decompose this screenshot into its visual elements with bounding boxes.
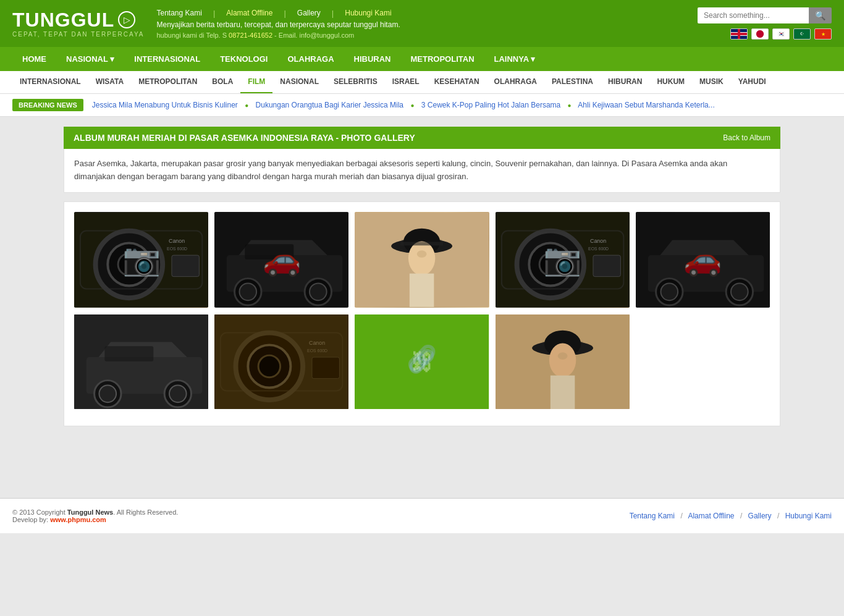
- footer-develop: Develop by: www.phpmu.com: [12, 516, 178, 523]
- nav-link-nasional[interactable]: NASIONAL ▾: [56, 47, 124, 71]
- subnav-link-bola[interactable]: BOLA: [205, 71, 240, 92]
- nav-link-hiburan[interactable]: HIBURAN: [344, 47, 401, 71]
- subnav-wisata[interactable]: WISATA: [88, 71, 132, 93]
- footer-sep-2: /: [740, 512, 742, 520]
- nav-item-olahraga[interactable]: OLAHRAGA: [277, 47, 344, 71]
- album-title: ALBUM MURAH MERIAH DI PASAR ASEMKA INDON…: [74, 133, 415, 143]
- subnav-hukum[interactable]: HUKUM: [649, 71, 692, 93]
- svg-point-49: [258, 355, 281, 378]
- flag-uk[interactable]: [730, 28, 748, 40]
- subnav-israel[interactable]: ISRAEL: [385, 71, 427, 93]
- subnav-internasional[interactable]: INTERNASIONAL: [12, 71, 88, 93]
- svg-rect-45: [104, 346, 153, 361]
- logo-area: TUNGGUL ▷ CEPAT, TEPAT DAN TERPERCAYA: [12, 10, 144, 38]
- subnav-bola[interactable]: BOLA: [205, 71, 240, 93]
- footer-sep-3: /: [777, 512, 779, 520]
- nav-item-nasional[interactable]: NASIONAL ▾: [56, 47, 124, 71]
- logo-icon: ▷: [118, 11, 135, 28]
- breaking-item-2[interactable]: Dukungan Orangtua Bagi Karier Jessica Mi…: [256, 101, 403, 109]
- header-nav-alamat[interactable]: Alamat Offline: [226, 9, 272, 17]
- flag-arabic[interactable]: ☪: [793, 28, 811, 40]
- nav-link-olahraga[interactable]: OLAHRAGA: [277, 47, 344, 71]
- svg-rect-30: [593, 255, 620, 277]
- subnav-link-nasional[interactable]: NASIONAL: [272, 71, 326, 92]
- nav-link-lainnya[interactable]: LAINNYA ▾: [484, 47, 546, 71]
- subnav-link-palestina[interactable]: PALESTINA: [544, 71, 601, 92]
- footer-link-alamat[interactable]: Alamat Offline: [688, 512, 734, 520]
- subnav-link-yahudi[interactable]: YAHUDI: [731, 71, 774, 92]
- subnav-kesehatan[interactable]: KESEHATAN: [427, 71, 487, 93]
- subnav-hiburan[interactable]: HIBURAN: [601, 71, 649, 93]
- nav-item-internasional[interactable]: INTERNASIONAL: [124, 47, 210, 71]
- footer-link-gallery[interactable]: Gallery: [748, 512, 772, 520]
- gallery-item-broken[interactable]: 🔗 ⛓ 🔗: [355, 314, 489, 410]
- subnav-olahraga[interactable]: OLAHRAGA: [487, 71, 544, 93]
- subnav-metropolitan[interactable]: METROPOLITAN: [131, 71, 205, 93]
- breaking-news-label: BREAKING NEWS: [12, 99, 83, 111]
- subnav-selebritis[interactable]: SELEBRITIS: [326, 71, 385, 93]
- nav-link-teknologi[interactable]: TEKNOLOGI: [210, 47, 277, 71]
- subnav-link-film[interactable]: FILM: [240, 71, 272, 93]
- nav-link-internasional[interactable]: INTERNASIONAL: [124, 47, 210, 71]
- footer-develop-link[interactable]: www.phpmu.com: [50, 516, 106, 523]
- nav-item-metropolitan[interactable]: METROPOLITAN: [401, 47, 484, 71]
- subnav-palestina[interactable]: PALESTINA: [544, 71, 601, 93]
- gallery-item-car2[interactable]: [636, 212, 770, 308]
- phone-link[interactable]: 08721-461652: [229, 32, 272, 39]
- footer-right: Tentang Kami / Alamat Offline / Gallery …: [630, 512, 832, 520]
- subnav-musik[interactable]: MUSIK: [692, 71, 731, 93]
- gallery-row-2: Canon EOS 600D 🔗 ⛓ 🔗: [74, 314, 770, 410]
- subnav-link-musik[interactable]: MUSIK: [692, 71, 731, 92]
- subnav-link-wisata[interactable]: WISATA: [88, 71, 132, 92]
- language-flags: 🇰🇷 ☪ ★: [730, 28, 832, 40]
- subnav-link-metropolitan[interactable]: METROPOLITAN: [131, 71, 205, 92]
- nav-link-home[interactable]: HOME: [12, 47, 56, 71]
- search-button[interactable]: 🔍: [809, 7, 832, 23]
- svg-rect-53: [312, 357, 339, 379]
- nav-link-metropolitan[interactable]: METROPOLITAN: [401, 47, 484, 71]
- subnav-link-israel[interactable]: ISRAEL: [385, 71, 427, 92]
- gallery-item-car1[interactable]: [214, 212, 348, 308]
- breaking-sep-3: ●: [568, 102, 572, 109]
- gallery-item-camera1[interactable]: Canon EOS 600D: [74, 212, 208, 308]
- subnav-link-hukum[interactable]: HUKUM: [649, 71, 692, 92]
- subnav-link-kesehatan[interactable]: KESEHATAN: [427, 71, 487, 92]
- gallery-item-woman1[interactable]: [355, 212, 489, 308]
- header-nav-tentang[interactable]: Tentang Kami: [156, 9, 201, 17]
- subnav-nasional[interactable]: NASIONAL: [272, 71, 326, 93]
- header-nav-gallery[interactable]: Gallery: [297, 9, 321, 17]
- subnav-link-olahraga[interactable]: OLAHRAGA: [487, 71, 544, 92]
- nav-item-home[interactable]: HOME: [12, 47, 56, 71]
- nav-item-teknologi[interactable]: TEKNOLOGI: [210, 47, 277, 71]
- gallery-item-camera3[interactable]: Canon EOS 600D: [214, 314, 348, 410]
- subnav-film[interactable]: FILM: [240, 71, 272, 93]
- breaking-item-4[interactable]: Ahli Kejiwaan Sebut Marshanda Keterla...: [578, 101, 714, 109]
- gallery-item-car3[interactable]: [74, 314, 208, 410]
- breaking-item-3[interactable]: 3 Cewek K-Pop Paling Hot Jalan Bersama: [421, 101, 560, 109]
- footer-copyright: © 2013 Copyright Tunggul News. All Right…: [12, 508, 178, 516]
- footer-link-tentang[interactable]: Tentang Kami: [630, 512, 675, 520]
- site-header: TUNGGUL ▷ CEPAT, TEPAT DAN TERPERCAYA Te…: [0, 0, 844, 47]
- subnav-link-hiburan[interactable]: HIBURAN: [601, 71, 649, 92]
- sub-nav: INTERNASIONAL WISATA METROPOLITAN BOLA F…: [0, 71, 844, 94]
- footer-link-hubungi[interactable]: Hubungi Kami: [785, 512, 832, 520]
- gallery-item-camera2[interactable]: Canon EOS 600D: [496, 212, 630, 308]
- svg-point-1: [96, 230, 163, 298]
- gallery-item-woman2[interactable]: [496, 314, 630, 410]
- flag-korea[interactable]: 🇰🇷: [772, 28, 790, 40]
- breaking-news-bar: BREAKING NEWS Jessica Mila Menabung Untu…: [0, 94, 844, 117]
- header-nav-hubungi[interactable]: Hubungi Kami: [345, 9, 391, 17]
- svg-rect-15: [245, 244, 294, 259]
- back-to-album-button[interactable]: Back to Album: [723, 133, 770, 142]
- search-input[interactable]: [698, 7, 809, 23]
- subnav-link-internasional[interactable]: INTERNASIONAL: [12, 71, 88, 92]
- subnav-link-selebritis[interactable]: SELEBRITIS: [326, 71, 385, 92]
- flag-japan[interactable]: [751, 28, 769, 40]
- breaking-item-1[interactable]: Jessica Mila Menabung Untuk Bisnis Kulin…: [92, 101, 238, 109]
- nav-item-hiburan[interactable]: HIBURAN: [344, 47, 401, 71]
- breaking-sep-2: ●: [410, 102, 414, 109]
- svg-rect-20: [410, 273, 434, 306]
- subnav-yahudi[interactable]: YAHUDI: [731, 71, 774, 93]
- flag-china[interactable]: ★: [814, 28, 832, 40]
- nav-item-lainnya[interactable]: LAINNYA ▾: [484, 47, 546, 71]
